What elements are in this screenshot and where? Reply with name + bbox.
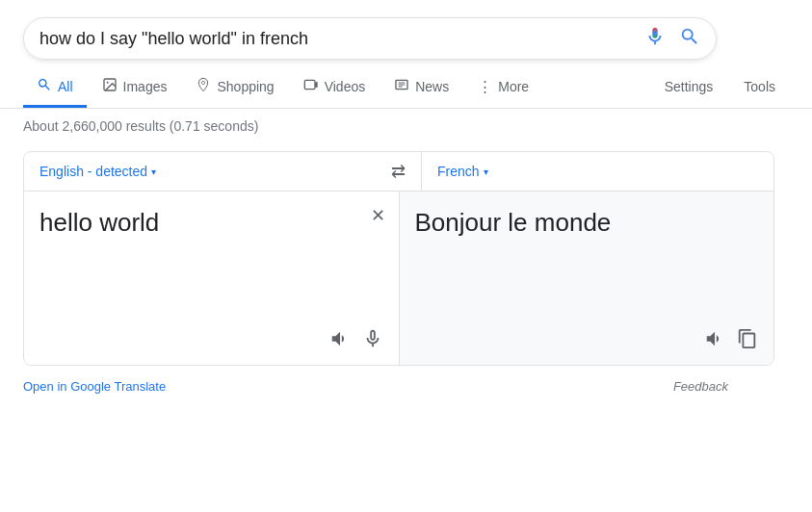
news-icon (394, 77, 409, 95)
tab-videos[interactable]: Videos (290, 67, 380, 108)
swap-languages-icon[interactable]: ⇄ (376, 161, 421, 182)
feedback-label: Feedback (673, 379, 728, 394)
images-icon (102, 77, 118, 95)
settings-label: Settings (665, 79, 714, 94)
settings-link[interactable]: Settings (651, 69, 727, 107)
open-in-translate-label: Open in Google Translate (23, 379, 166, 394)
open-in-translate-link[interactable]: Open in Google Translate (23, 379, 166, 394)
target-lang-arrow-icon: ▾ (484, 166, 488, 177)
translate-footer: Open in Google Translate Feedback (0, 373, 751, 399)
microphone-icon[interactable] (644, 26, 666, 51)
source-language-selector[interactable]: English - detected ▾ (24, 152, 376, 191)
target-text: Bonjour le monde (415, 207, 759, 320)
source-panel: hello world ✕ (24, 192, 400, 365)
feedback-link[interactable]: Feedback (673, 379, 728, 394)
tab-more-label: More (498, 79, 529, 94)
source-speaker-icon[interactable] (329, 328, 351, 349)
results-info: About 2,660,000 results (0.71 seconds) (0, 109, 812, 143)
source-text: hello world (39, 207, 383, 320)
more-dots-icon: ⋮ (478, 78, 492, 95)
translation-panels: hello world ✕ Bonjour le monde (24, 192, 773, 365)
clear-icon[interactable]: ✕ (371, 205, 385, 226)
tools-link[interactable]: Tools (730, 69, 789, 107)
target-speaker-icon[interactable] (704, 328, 725, 349)
search-icons (644, 26, 700, 51)
search-header: how do I say "hello world" in french (0, 0, 812, 60)
nav-tabs: All Images Shopping Videos News ⋮ More S… (0, 60, 812, 109)
tab-images-label: Images (123, 79, 168, 94)
search-icon[interactable] (679, 26, 700, 51)
results-summary: About 2,660,000 results (0.71 seconds) (23, 118, 258, 134)
copy-icon[interactable] (737, 328, 758, 349)
svg-rect-2 (304, 80, 315, 89)
source-lang-arrow-icon: ▾ (151, 166, 156, 177)
target-lang-label: French (437, 164, 480, 179)
target-language-selector[interactable]: French ▾ (421, 152, 773, 191)
tab-all-label: All (58, 79, 73, 94)
svg-point-1 (106, 82, 108, 84)
tab-shopping-label: Shopping (217, 79, 274, 94)
source-mic-icon[interactable] (362, 328, 383, 349)
tab-news-label: News (415, 79, 449, 94)
shopping-icon (196, 77, 211, 95)
tab-shopping[interactable]: Shopping (182, 67, 287, 108)
search-input[interactable]: how do I say "hello world" in french (39, 29, 644, 49)
language-bar: English - detected ▾ ⇄ French ▾ (24, 152, 773, 192)
tab-all[interactable]: All (23, 67, 87, 108)
target-panel-actions (415, 328, 759, 349)
tab-images[interactable]: Images (89, 67, 181, 108)
all-icon (37, 77, 52, 95)
tab-more[interactable]: ⋮ More (464, 68, 542, 108)
videos-icon (303, 77, 319, 95)
source-lang-label: English - detected (39, 164, 147, 179)
translate-card: English - detected ▾ ⇄ French ▾ hello wo… (23, 151, 774, 366)
tab-videos-label: Videos (325, 79, 366, 94)
target-panel: Bonjour le monde (400, 192, 774, 365)
tools-label: Tools (744, 79, 775, 94)
search-box: how do I say "hello world" in french (23, 17, 717, 60)
nav-settings: Settings Tools (651, 69, 789, 107)
source-panel-actions (39, 328, 383, 349)
tab-news[interactable]: News (380, 67, 462, 108)
